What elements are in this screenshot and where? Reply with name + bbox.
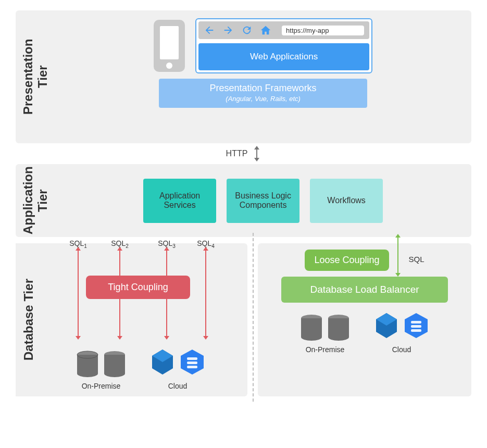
presentation-frameworks-box: Presentation Frameworks (Angular, Vue, R… (159, 79, 367, 108)
application-tier: Application Tier Application Services Bu… (16, 164, 471, 237)
onprem-label: On-Premise (82, 382, 121, 390)
workflows-box: Workflows (310, 179, 383, 223)
cloud-group-left: Cloud (150, 349, 205, 390)
svg-point-21 (328, 333, 349, 341)
reload-icon (241, 24, 253, 36)
browser-window: https://my-app Web Applications (195, 18, 372, 73)
sql4-arrow-icon (205, 250, 206, 337)
database-load-balancer-box: Database Load Balancer (281, 277, 448, 303)
database-tier-right: Loose Coupling SQL Database Load Balance… (258, 243, 471, 396)
svg-rect-26 (411, 325, 421, 328)
coupling-divider (253, 233, 254, 402)
url-bar: https://my-app (282, 26, 364, 35)
application-tier-content: Application Services Business Logic Comp… (55, 164, 471, 237)
presentation-tier-label: Presentation Tier (16, 10, 55, 143)
sql-right-label: SQL (409, 255, 424, 264)
cloud-db-icon (374, 312, 399, 339)
svg-point-5 (77, 370, 98, 377)
database-tier-left: Database Tier SQL1 SQL2 SQL3 SQL4 (16, 243, 247, 396)
presentation-tier-content: https://my-app Web Applications Presenta… (55, 10, 471, 143)
phone-icon (154, 20, 185, 72)
svg-rect-15 (187, 366, 197, 368)
sql1-arrow-icon (78, 250, 79, 337)
cloud-group-right: Cloud (374, 312, 429, 354)
svg-marker-1 (254, 146, 259, 150)
sql-right-arrow-col (397, 246, 398, 273)
http-arrow-icon (253, 146, 261, 161)
database-cylinder-icon (103, 351, 126, 376)
svg-rect-27 (411, 329, 421, 332)
svg-point-9 (104, 370, 125, 377)
svg-point-18 (301, 333, 322, 341)
database-cylinder-icon (76, 351, 99, 376)
onprem-label-right: On-Premise (306, 345, 345, 354)
forward-icon (222, 24, 234, 36)
presentation-tier: Presentation Tier h (16, 10, 471, 143)
left-db-icons: On-Premise Cloud (42, 349, 240, 390)
svg-rect-25 (411, 321, 421, 323)
cloud-db-icon (150, 349, 175, 376)
presentation-frameworks-subtitle: (Angular, Vue, Rails, etc) (164, 95, 362, 103)
business-logic-box: Business Logic Components (227, 179, 299, 223)
application-services-box: Application Services (143, 179, 216, 223)
browser-toolbar: https://my-app (198, 21, 369, 39)
application-tier-label: Application Tier (16, 164, 55, 237)
http-label: HTTP (226, 149, 248, 158)
loose-coupling-row: Loose Coupling SQL (266, 246, 464, 273)
loose-coupling-box: Loose Coupling (305, 250, 389, 271)
http-connector: HTTP (16, 143, 471, 164)
cloud-label-right: Cloud (392, 345, 411, 354)
home-icon (260, 24, 271, 36)
sql-arrows-area: SQL1 SQL2 SQL3 SQL4 Tight Coupling (42, 248, 240, 347)
cloud-db-hex-icon (179, 349, 205, 376)
cloud-label: Cloud (168, 382, 188, 390)
web-applications-box: Web Applications (198, 43, 369, 70)
database-cylinder-icon (300, 314, 323, 339)
database-tier-label: Database Tier (16, 243, 42, 396)
back-icon (204, 24, 215, 36)
sql-right-arrow-icon (397, 237, 398, 273)
svg-marker-2 (254, 158, 259, 161)
database-tier-row: Database Tier SQL1 SQL2 SQL3 SQL4 (16, 243, 471, 396)
right-db-icons: On-Premise Cloud (266, 312, 464, 354)
onprem-group-left: On-Premise (76, 351, 126, 390)
svg-rect-13 (187, 357, 197, 360)
database-cylinder-icon (327, 314, 350, 339)
application-boxes: Application Services Business Logic Comp… (65, 172, 461, 229)
presentation-frameworks-title: Presentation Frameworks (164, 83, 362, 94)
svg-rect-14 (187, 362, 197, 364)
cloud-db-hex-icon (403, 312, 429, 339)
tight-coupling-panel: SQL1 SQL2 SQL3 SQL4 Tight Coupling (42, 243, 247, 396)
tight-coupling-box: Tight Coupling (86, 276, 190, 299)
presentation-row: https://my-app Web Applications (154, 18, 372, 73)
onprem-group-right: On-Premise (300, 314, 350, 354)
